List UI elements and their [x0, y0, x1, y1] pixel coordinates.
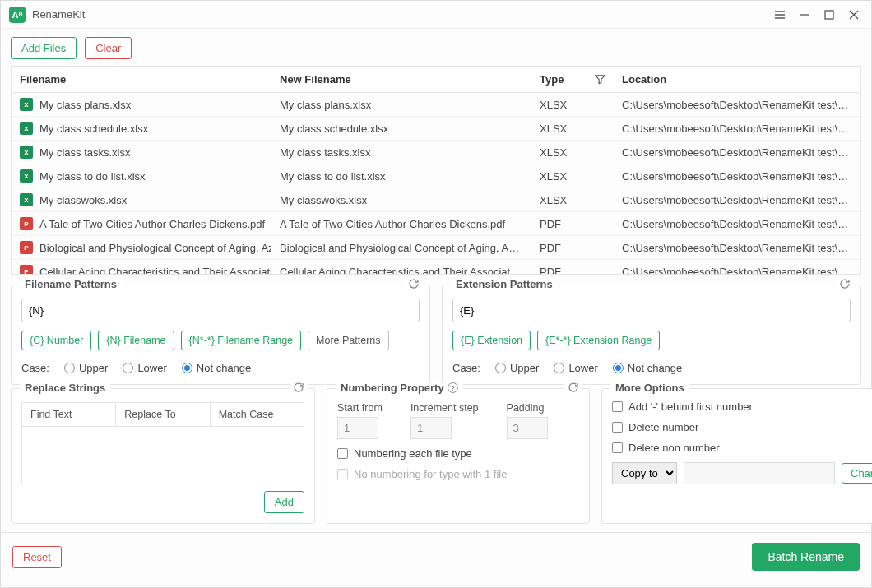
delete-number-check[interactable]: Delete number [612, 421, 872, 433]
type-text: XLSX [531, 117, 614, 141]
ext-case-upper-radio[interactable]: Upper [495, 362, 539, 374]
refresh-icon[interactable] [290, 382, 308, 396]
delete-non-number-check[interactable]: Delete non number [612, 442, 872, 454]
filename-text: My class to do list.xlsx [39, 170, 146, 183]
menu-icon[interactable] [768, 5, 792, 25]
col-location[interactable]: Location [614, 67, 860, 93]
pdf-icon: P [20, 265, 33, 274]
app-window: AB RenameKit Add Files Clear Filename [0, 0, 872, 588]
increment-step-label: Increment step [410, 402, 479, 414]
clear-button[interactable]: Clear [85, 37, 132, 59]
table-row[interactable]: XMy class plans.xlsxMy class plans.xlsxX… [12, 93, 860, 117]
ext-case-lower-radio[interactable]: Lower [554, 362, 597, 374]
table-row[interactable]: XMy class schedule.xlsxMy class schedule… [12, 117, 860, 141]
filename-patterns-panel: Filename Patterns {C} Number {N} Filenam… [11, 285, 430, 385]
chip-c-number[interactable]: {C} Number [21, 331, 91, 350]
more-options-title: More Options [610, 382, 689, 394]
batch-rename-button[interactable]: Batch Rename [752, 543, 860, 571]
file-table-scroll[interactable]: Filename New Filename Type Location XMy … [12, 67, 860, 274]
copy-to-path-input[interactable] [684, 462, 835, 484]
ext-case-notchange-radio[interactable]: Not change [613, 362, 683, 374]
replace-col-find: Find Text [22, 403, 116, 426]
extension-pattern-input[interactable] [452, 299, 851, 322]
case-lower-radio[interactable]: Lower [123, 362, 166, 374]
type-text: XLSX [531, 164, 614, 188]
reset-button[interactable]: Reset [12, 546, 62, 568]
new-filename-text: My class to do list.xlsx [271, 164, 531, 188]
more-options-panel: More Options Add '-' behind first number… [601, 388, 872, 524]
help-icon[interactable]: ? [448, 382, 458, 393]
xlsx-icon: X [20, 122, 33, 135]
location-text: C:\Users\mobeesoft\Desktop\RenameKit tes… [614, 188, 860, 212]
add-dash-check[interactable]: Add '-' behind first number [612, 400, 872, 413]
filename-patterns-title: Filename Patterns [20, 278, 122, 290]
maximize-button[interactable] [817, 5, 842, 25]
refresh-icon[interactable] [836, 278, 854, 292]
change-button[interactable]: Change [842, 463, 872, 484]
new-filename-text: Biological and Physiological Concept of … [271, 236, 531, 260]
refresh-icon[interactable] [564, 382, 582, 396]
replace-add-button[interactable]: Add [264, 491, 304, 513]
chip-more-patterns[interactable]: More Patterns [308, 331, 389, 350]
type-text: XLSX [531, 141, 614, 164]
svg-rect-0 [825, 11, 833, 19]
table-row[interactable]: XMy class to do list.xlsxMy class to do … [12, 164, 860, 188]
case-notchange-radio[interactable]: Not change [182, 362, 252, 374]
footer: Reset Batch Rename [1, 532, 871, 581]
padding-label: Padding [507, 402, 548, 414]
chip-e-extension[interactable]: {E} Extension [452, 331, 531, 350]
minimize-button[interactable] [792, 5, 817, 25]
add-files-button[interactable]: Add Files [11, 37, 77, 59]
table-row[interactable]: XMy class tasks.xlsxMy class tasks.xlsxX… [12, 141, 860, 164]
new-filename-text: My classwoks.xlsx [271, 188, 531, 212]
app-icon: AB [9, 7, 26, 23]
case-upper-radio[interactable]: Upper [64, 362, 108, 374]
chip-e-range[interactable]: {E*-*} Extension Range [537, 331, 660, 350]
col-filename[interactable]: Filename [12, 67, 271, 93]
filename-text: My class plans.xlsx [39, 99, 131, 111]
chip-n-range[interactable]: {N*-*} Filename Range [181, 331, 301, 350]
table-row[interactable]: PA Tale of Two Cities Author Charles Dic… [12, 212, 860, 236]
filename-text: My class tasks.xlsx [39, 146, 131, 159]
case-label: Case: [21, 362, 49, 374]
toolbar: Add Files Clear [1, 29, 871, 66]
padding-input[interactable] [507, 417, 548, 439]
extension-patterns-panel: Extension Patterns {E} Extension {E*-*} … [442, 285, 861, 385]
location-text: C:\Users\mobeesoft\Desktop\RenameKit tes… [614, 260, 860, 275]
location-text: C:\Users\mobeesoft\Desktop\RenameKit tes… [614, 164, 860, 188]
xlsx-icon: X [20, 169, 33, 183]
filename-text: A Tale of Two Cities Author Charles Dick… [39, 218, 265, 230]
close-button[interactable] [842, 5, 866, 25]
table-row[interactable]: XMy classwoks.xlsxMy classwoks.xlsxXLSXC… [12, 188, 860, 212]
refresh-icon[interactable] [405, 278, 423, 292]
start-from-label: Start from [337, 402, 383, 414]
new-filename-text: My class tasks.xlsx [271, 141, 531, 164]
col-new-filename[interactable]: New Filename [271, 67, 531, 93]
table-row[interactable]: PCellular Aging Characteristics and Thei… [12, 260, 860, 275]
filename-text: Cellular Aging Characteristics and Their… [39, 266, 271, 275]
replace-col-match: Match Case [211, 403, 304, 426]
new-filename-text: Cellular Aging Characteristics and Their… [271, 260, 531, 275]
chip-n-filename[interactable]: {N} Filename [98, 331, 174, 350]
pdf-icon: P [20, 217, 33, 230]
table-row[interactable]: PBiological and Physiological Concept of… [12, 236, 860, 260]
extension-patterns-title: Extension Patterns [451, 278, 558, 290]
copy-to-select[interactable]: Copy to [612, 462, 677, 484]
file-table: Filename New Filename Type Location XMy … [11, 66, 861, 275]
type-text: PDF [531, 236, 614, 260]
increment-step-input[interactable] [410, 417, 452, 439]
filename-pattern-input[interactable] [21, 299, 420, 322]
location-text: C:\Users\mobeesoft\Desktop\RenameKit tes… [614, 117, 860, 141]
filename-text: My class schedule.xlsx [39, 123, 148, 135]
xlsx-icon: X [20, 146, 33, 159]
col-type[interactable]: Type [531, 67, 614, 93]
filter-icon[interactable] [595, 74, 605, 85]
location-text: C:\Users\mobeesoft\Desktop\RenameKit tes… [614, 236, 860, 260]
no-numbering-one-file-check[interactable]: No numbering for type with 1 file [337, 468, 579, 480]
numbering-each-type-check[interactable]: Numbering each file type [337, 447, 579, 460]
numbering-panel: Numbering Property ? Start from Incremen… [327, 388, 590, 524]
replace-table-body[interactable] [21, 427, 304, 484]
title-bar: AB RenameKit [1, 1, 871, 29]
filename-text: Biological and Physiological Concept of … [39, 242, 271, 254]
start-from-input[interactable] [337, 417, 378, 439]
